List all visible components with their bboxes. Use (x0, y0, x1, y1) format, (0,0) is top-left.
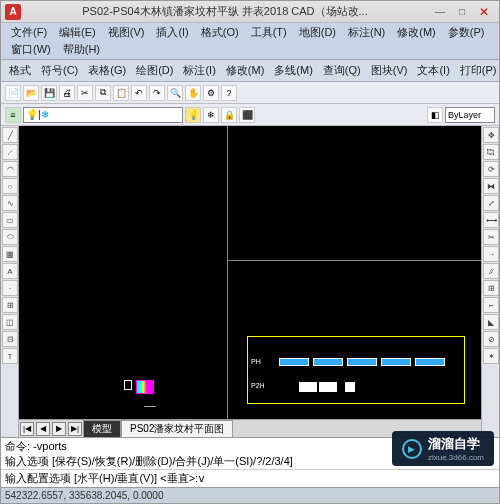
trim-icon[interactable]: ✂ (483, 229, 499, 245)
menu-tools[interactable]: 工具(T) (245, 24, 293, 41)
menu-view[interactable]: 视图(V) (102, 24, 151, 41)
tab-model[interactable]: 模型 (83, 420, 121, 437)
bycolor-icon[interactable]: ◧ (427, 107, 443, 123)
bulb-icon[interactable]: 💡 (185, 107, 201, 123)
layer-manager-icon[interactable]: ≡ (5, 107, 21, 123)
right-toolbar: ✥ ⿻ ⟳ ⧓ ⤢ ⟷ ✂ → ⫽ ⊞ ⌐ ◣ ⊘ ✶ (481, 126, 499, 437)
lock-icon[interactable]: 🔒 (221, 107, 237, 123)
color-icon[interactable]: ⬛ (239, 107, 255, 123)
rt-draw[interactable]: 绘图(D) (132, 62, 177, 79)
region-icon[interactable]: ◫ (2, 314, 18, 330)
menu-format[interactable]: 格式(O) (195, 24, 245, 41)
tab-prev-icon[interactable]: ◀ (36, 422, 50, 436)
extend-icon[interactable]: → (483, 246, 499, 262)
menubar: 文件(F) 编辑(E) 视图(V) 插入(I) 格式(O) 工具(T) 地图(D… (1, 23, 499, 60)
drawing-detail-1 (136, 380, 154, 394)
print-icon[interactable]: 🖨 (59, 85, 75, 101)
ellipse-icon[interactable]: ⬭ (2, 229, 18, 245)
redo-icon[interactable]: ↷ (149, 85, 165, 101)
pline-icon[interactable]: ⟋ (2, 144, 18, 160)
cut-icon[interactable]: ✂ (77, 85, 93, 101)
menu-window[interactable]: 窗口(W) (5, 41, 57, 58)
arc-icon[interactable]: ◠ (2, 161, 18, 177)
freeze-icon[interactable]: ❄ (203, 107, 219, 123)
text-icon[interactable]: A (2, 263, 18, 279)
chamfer-icon[interactable]: ◣ (483, 314, 499, 330)
label-p2h: P2H (251, 382, 265, 389)
circle-icon[interactable]: ○ (2, 178, 18, 194)
menu-map[interactable]: 地图(D) (293, 24, 342, 41)
menu-file[interactable]: 文件(F) (5, 24, 53, 41)
undo-icon[interactable]: ↶ (131, 85, 147, 101)
copy2-icon[interactable]: ⿻ (483, 144, 499, 160)
save-icon[interactable]: 💾 (41, 85, 57, 101)
line-icon[interactable]: ╱ (2, 127, 18, 143)
rt-modify[interactable]: 修改(M) (222, 62, 269, 79)
rt-mline[interactable]: 多线(M) (270, 62, 317, 79)
rt-table[interactable]: 表格(G) (84, 62, 130, 79)
standard-toolbar: 📄 📂 💾 🖨 ✂ ⧉ 📋 ↶ ↷ 🔍 ✋ ⚙ ? (1, 82, 499, 104)
menu-dimension[interactable]: 标注(N) (342, 24, 391, 41)
mirror-icon[interactable]: ⧓ (483, 178, 499, 194)
rt-block[interactable]: 图块(V) (367, 62, 412, 79)
rt-symbol[interactable]: 符号(C) (37, 62, 82, 79)
layer-combo[interactable]: 💡|❄ (23, 107, 183, 123)
menu-help[interactable]: 帮助(H) (57, 41, 106, 58)
rt-print[interactable]: 打印(P) (456, 62, 499, 79)
help-icon[interactable]: ? (221, 85, 237, 101)
block-icon[interactable]: ⊞ (2, 297, 18, 313)
strip-4 (381, 358, 411, 366)
minimize-button[interactable]: — (429, 4, 451, 20)
tab-first-icon[interactable]: |◀ (20, 422, 34, 436)
strip-2 (313, 358, 343, 366)
mtext-icon[interactable]: T (2, 348, 18, 364)
viewport-vertical-divider[interactable] (227, 126, 228, 419)
menu-edit[interactable]: 编辑(E) (53, 24, 102, 41)
ribbon-tabs: 格式 符号(C) 表格(G) 绘图(D) 标注(I) 修改(M) 多线(M) 查… (1, 60, 499, 82)
label-ph: PH (251, 358, 261, 365)
left-toolbar: ╱ ⟋ ◠ ○ ∿ ▭ ⬭ ▦ A · ⊞ ◫ ⊟ T (1, 126, 19, 437)
tab-layout-1[interactable]: PS02潘家坟村平面图 (121, 420, 233, 437)
tab-next-icon[interactable]: ▶ (52, 422, 66, 436)
open-icon[interactable]: 📂 (23, 85, 39, 101)
menu-insert[interactable]: 插入(I) (150, 24, 194, 41)
watermark: ▶ 溜溜自学 zixue.3d66.com (392, 431, 494, 466)
drawing-canvas[interactable]: PH P2H |◀ ◀ ▶ ▶| 模型 PS02潘家坟村平面图 (19, 126, 481, 437)
array-icon[interactable]: ⊞ (483, 280, 499, 296)
new-icon[interactable]: 📄 (5, 85, 21, 101)
menu-param[interactable]: 参数(P) (442, 24, 491, 41)
maximize-button[interactable]: □ (451, 4, 473, 20)
explode-icon[interactable]: ✶ (483, 348, 499, 364)
spline-icon[interactable]: ∿ (2, 195, 18, 211)
viewport-horizontal-divider[interactable] (227, 260, 481, 261)
hatch-icon[interactable]: ▦ (2, 246, 18, 262)
play-icon: ▶ (402, 439, 422, 459)
copy-icon[interactable]: ⧉ (95, 85, 111, 101)
table-icon[interactable]: ⊟ (2, 331, 18, 347)
drawing-rect (124, 380, 132, 390)
cmd-prompt: 输入配置选项 [水平(H)/垂直(V)] <垂直>: (5, 471, 198, 486)
point-icon[interactable]: · (2, 280, 18, 296)
rt-dim[interactable]: 标注(I) (179, 62, 219, 79)
drawing-dash (144, 406, 156, 407)
move-icon[interactable]: ✥ (483, 127, 499, 143)
command-input[interactable] (198, 471, 495, 486)
tab-last-icon[interactable]: ▶| (68, 422, 82, 436)
zoom-icon[interactable]: 🔍 (167, 85, 183, 101)
rect-icon[interactable]: ▭ (2, 212, 18, 228)
pan-icon[interactable]: ✋ (185, 85, 201, 101)
close-button[interactable]: ✕ (473, 4, 495, 20)
break-icon[interactable]: ⊘ (483, 331, 499, 347)
menu-modify[interactable]: 修改(M) (391, 24, 442, 41)
bylayer-combo[interactable]: ByLayer (445, 107, 495, 123)
fillet-icon[interactable]: ⌐ (483, 297, 499, 313)
scale-icon[interactable]: ⤢ (483, 195, 499, 211)
rt-format[interactable]: 格式 (5, 62, 35, 79)
rt-text[interactable]: 文本(I) (413, 62, 453, 79)
cog-icon[interactable]: ⚙ (203, 85, 219, 101)
rt-query[interactable]: 查询(Q) (319, 62, 365, 79)
stretch-icon[interactable]: ⟷ (483, 212, 499, 228)
rotate-icon[interactable]: ⟳ (483, 161, 499, 177)
offset-icon[interactable]: ⫽ (483, 263, 499, 279)
paste-icon[interactable]: 📋 (113, 85, 129, 101)
